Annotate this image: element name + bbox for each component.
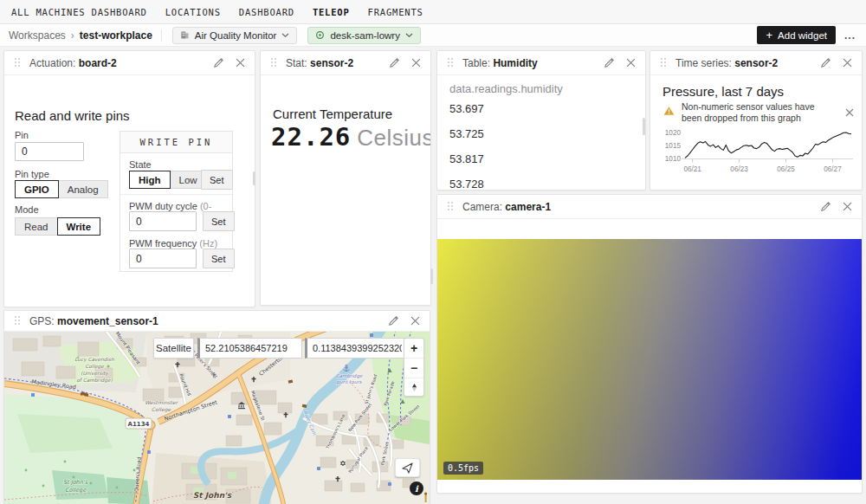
edit-pencil-icon[interactable] [389,57,400,68]
widget-camera-header[interactable]: Camera: camera-1 [437,195,862,219]
drag-handle-icon[interactable] [660,55,667,71]
pwm-duty-input[interactable] [129,211,197,231]
teleop-screen: ALL MACHINES DASHBOARD LOCATIONS DASHBOA… [0,0,866,504]
breadcrumb-workspaces[interactable]: Workspaces [9,29,66,42]
machine-select-value: desk-sam-lowry [330,30,400,41]
longitude-input[interactable] [305,338,408,359]
scrollbar-thumb[interactable] [253,171,255,185]
mode-segmented: Read Write [15,217,100,236]
warning-banner: Non-numeric sensor values have been drop… [663,101,854,124]
widget-table: Table: Humidity data.readings.humidity 5… [436,50,646,191]
table-column-header: data.readings.humidity [449,82,563,95]
drag-handle-icon[interactable] [14,55,21,71]
humidity-table-body: 53.69753.72553.81753.728 [449,96,633,191]
camera-stream-image: 0.5fps [437,239,862,480]
nav-fragments[interactable]: FRAGMENTS [368,7,423,17]
pressure-line-chart: 10101015102006/2106/2306/2506/27 [656,126,860,178]
zoom-in-button[interactable]: + [404,339,423,359]
breadcrumb-separator: › [71,29,74,42]
pin-label: Pin [15,130,29,140]
close-icon[interactable] [236,58,245,68]
pwm-frequency-set-button[interactable]: Set [203,249,235,268]
edit-pencil-icon[interactable] [388,315,399,326]
widget-table-header[interactable]: Table: Humidity [437,51,645,75]
map-canvas[interactable]: A1134 Madingley RoadMount PleasantPound … [4,332,430,504]
latitude-input[interactable] [197,338,302,359]
road-shield: A1134 [126,418,152,429]
widget-gps-header[interactable]: GPS: movement_sensor-1 [4,311,430,332]
widget-title-name: sensor-2 [310,57,353,69]
close-icon[interactable] [626,58,636,68]
workspace-toolbar: Workspaces › test-workplace Air Quality … [0,24,866,47]
svg-text:06/25: 06/25 [777,165,795,173]
drag-handle-icon[interactable] [270,55,277,71]
machine-icon [315,30,325,40]
fps-badge: 0.5fps [443,462,483,475]
nav-all-machines-dashboard[interactable]: ALL MACHINES DASHBOARD [11,7,147,17]
scrollbar-thumb[interactable] [643,118,645,135]
close-icon[interactable] [843,202,852,211]
location-select[interactable]: Air Quality Monitor [172,27,298,44]
widget-stat-header[interactable]: Stat: sensor-2 [261,51,430,75]
map-attribution-info-button[interactable]: i [410,481,423,495]
location-select-value: Air Quality Monitor [195,30,277,41]
edit-pencil-icon[interactable] [820,201,831,212]
panel-divider [120,194,232,195]
scrollbar-thumb[interactable] [430,268,433,284]
svg-text:College: College [152,406,172,413]
pin-type-segmented: GPIO Analog [15,180,108,198]
svg-text:College: College [85,364,104,370]
more-menu-button[interactable]: ... [844,29,856,42]
widget-title: Time series: [675,57,732,69]
chevron-down-icon [405,33,413,38]
widget-stat: Stat: sensor-2 Current Temperature 22.26… [260,50,431,306]
add-widget-button[interactable]: + Add widget [757,26,836,44]
pin-type-analog-button[interactable]: Analog [58,180,108,198]
state-set-button[interactable]: Set [201,170,233,190]
close-icon[interactable] [411,58,421,68]
edit-pencil-icon[interactable] [213,57,224,68]
pwm-frequency-input[interactable] [129,249,197,268]
drag-handle-icon[interactable] [14,313,21,329]
mode-read-button[interactable]: Read [15,217,58,236]
pin-type-gpio-button[interactable]: GPIO [15,180,59,198]
warning-triangle-icon [663,104,675,124]
pwm-duty-set-button[interactable]: Set [203,211,235,231]
satellite-toggle-button[interactable]: Satellite [153,338,194,359]
widget-gps: GPS: movement_sensor-1 [3,310,430,504]
drag-handle-icon[interactable] [447,199,454,215]
plus-icon: + [766,29,772,41]
widget-timeseries-header[interactable]: Time series: sensor-2 [650,51,862,75]
widget-title: GPS: [29,315,55,327]
top-nav: ALL MACHINES DASHBOARD LOCATIONS DASHBOA… [0,0,866,24]
close-icon[interactable] [410,316,420,326]
machine-select[interactable]: desk-sam-lowry [307,27,421,44]
drag-handle-icon[interactable] [447,55,454,71]
compass-reset-button[interactable] [404,378,423,396]
zoom-out-button[interactable]: − [404,359,423,378]
state-segmented: High Low [129,171,207,189]
widget-camera: Camera: camera-1 0.5fps [436,194,863,494]
breadcrumb-current-workspace[interactable]: test-workplace [80,29,162,42]
dismiss-warning-icon[interactable] [845,105,854,124]
pin-input[interactable] [15,142,84,161]
locate-me-button[interactable] [395,458,420,477]
nav-locations[interactable]: LOCATIONS [165,7,221,17]
edit-pencil-icon[interactable] [820,57,831,68]
table-row: 53.697 [449,96,633,121]
chart-title: Pressure, last 7 days [662,84,784,99]
edit-pencil-icon[interactable] [604,57,615,68]
svg-text:Westminster: Westminster [145,399,178,405]
widget-title-name: movement_sensor-1 [57,315,158,327]
widget-actuation-header[interactable]: Actuation: board-2 [4,51,255,75]
nav-dashboard[interactable]: DASHBOARD [239,7,294,17]
nav-teleop[interactable]: TELEOP [313,7,350,17]
state-high-button[interactable]: High [129,171,171,189]
mode-write-button[interactable]: Write [57,217,101,236]
widget-title: Actuation: [29,57,75,69]
svg-text:St John's: St John's [193,491,232,500]
close-icon[interactable] [843,58,852,68]
svg-text:(University: (University [81,371,109,377]
widget-title: Table: [462,57,490,69]
svg-text:06/23: 06/23 [730,165,748,173]
